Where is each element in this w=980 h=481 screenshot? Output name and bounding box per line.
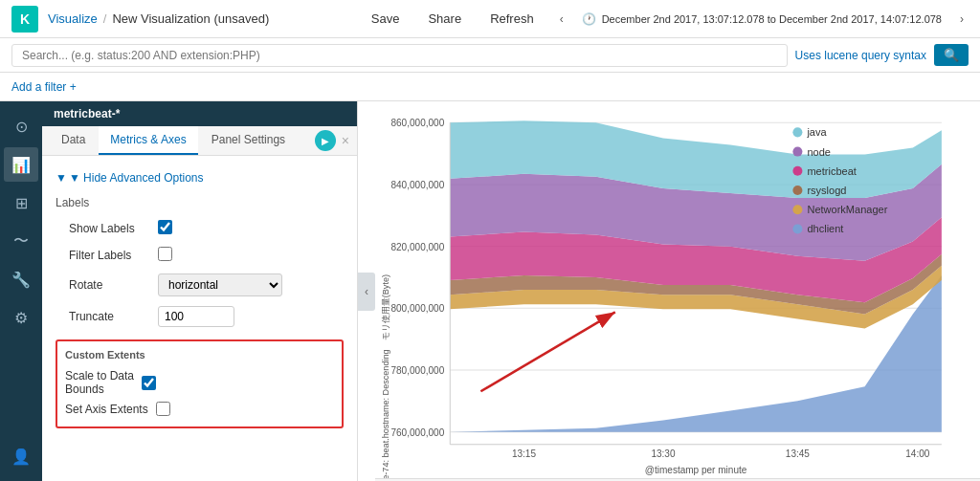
filter-labels-label: Filter Labels [69, 249, 150, 262]
truncate-input[interactable] [158, 306, 234, 327]
svg-point-30 [792, 147, 802, 157]
sidebar-item-discover[interactable]: ⊙ [4, 109, 38, 143]
svg-text:template-74: beat.hostname: De: template-74: beat.hostname: Descending モ… [381, 274, 390, 478]
svg-text:13:45: 13:45 [786, 448, 810, 459]
time-range-next-button[interactable]: › [955, 11, 969, 28]
svg-text:13:15: 13:15 [512, 448, 536, 459]
sidebar-item-dashboard[interactable]: ⊞ [4, 186, 38, 220]
save-button[interactable]: Save [364, 8, 408, 30]
top-bar-actions: Save Share Refresh ‹ 🕐 December 2nd 2017… [364, 8, 969, 30]
time-range-prev-button[interactable]: ‹ [555, 11, 568, 28]
svg-text:NetworkManager: NetworkManager [807, 204, 887, 215]
labels-section-header: Labels [42, 190, 357, 215]
tab-panel-settings[interactable]: Panel Settings [200, 126, 297, 155]
svg-text:dhclient: dhclient [807, 223, 843, 234]
panel-content: ▼ ▼ Hide Advanced Options Labels Show La… [42, 156, 357, 481]
search-button[interactable]: 🔍 [934, 44, 969, 66]
close-button[interactable]: × [342, 133, 349, 148]
search-input[interactable] [11, 44, 788, 67]
truncate-row: Truncate [42, 301, 357, 332]
refresh-button[interactable]: Refresh [482, 8, 542, 30]
custom-extents-box: Custom Extents Scale to Data Bounds Set … [56, 339, 344, 428]
top-bar: K Visualize / New Visualization (unsaved… [0, 0, 980, 38]
rotate-select[interactable]: horizontal vertical [158, 273, 282, 296]
chart-svg: 860,000,000 840,000,000 820,000,000 800,… [375, 101, 980, 478]
truncate-label: Truncate [69, 310, 150, 323]
svg-line-27 [480, 312, 614, 391]
time-range: 🕐 December 2nd 2017, 13:07:12.078 to Dec… [582, 12, 942, 26]
filter-bar: Add a filter + [0, 73, 980, 101]
search-bar: Uses lucene query syntax 🔍 [0, 38, 980, 73]
sidebar-item-user[interactable]: 👤 [4, 439, 38, 473]
svg-point-32 [792, 166, 802, 176]
breadcrumb-visualize-link[interactable]: Visualize [48, 11, 98, 26]
play-button[interactable]: ▶ [315, 130, 336, 151]
svg-text:840,000,000: 840,000,000 [390, 180, 444, 190]
scale-to-data-checkbox[interactable] [142, 376, 156, 390]
lucene-syntax-link[interactable]: Uses lucene query syntax [795, 49, 926, 62]
rotate-row: Rotate horizontal vertical [42, 269, 357, 301]
tab-data[interactable]: Data [50, 126, 97, 155]
svg-text:rsyslogd: rsyslogd [807, 185, 846, 196]
breadcrumb: Visualize / New Visualization (unsaved) [48, 11, 269, 26]
collapse-panel-button[interactable]: ‹ [358, 273, 375, 311]
svg-text:node: node [807, 146, 831, 158]
svg-text:13:30: 13:30 [651, 448, 675, 459]
sidebar-item-devtools[interactable]: 🔧 [4, 262, 38, 296]
svg-point-28 [792, 127, 802, 137]
set-axis-label: Set Axis Extents [65, 403, 148, 416]
svg-text:800,000,000: 800,000,000 [390, 303, 444, 314]
set-axis-extents-row: Set Axis Extents [65, 399, 334, 419]
chart-wrapper: 860,000,000 840,000,000 820,000,000 800,… [375, 101, 980, 478]
sidebar-item-timelion[interactable]: 〜 [4, 224, 38, 258]
sidebar-item-visualize[interactable]: 📊 [4, 147, 38, 182]
toggle-label: ▼ Hide Advanced Options [69, 171, 204, 185]
svg-point-34 [792, 186, 802, 195]
svg-text:@timestamp per minute: @timestamp per minute [645, 465, 747, 475]
scale-label: Scale to Data Bounds [65, 369, 134, 396]
svg-text:780,000,000: 780,000,000 [390, 365, 444, 376]
svg-text:14:00: 14:00 [905, 448, 929, 459]
main-layout: ⊙ 📊 ⊞ 〜 🔧 ⚙ 👤 metricbeat-* Data Metrics … [0, 101, 980, 481]
advanced-options-toggle[interactable]: ▼ ▼ Hide Advanced Options [42, 165, 357, 190]
chart-area: ‹ 860,000,000 840,000,000 820,000,000 80… [358, 101, 980, 481]
filter-labels-checkbox[interactable] [158, 247, 172, 261]
svg-text:metricbeat: metricbeat [807, 165, 856, 177]
custom-extents-title: Custom Extents [65, 349, 334, 361]
toggle-icon: ▼ [56, 171, 67, 185]
show-labels-row: Show Labels [42, 215, 357, 242]
left-panel: metricbeat-* Data Metrics & Axes Panel S… [42, 101, 358, 481]
share-button[interactable]: Share [420, 8, 469, 30]
time-range-text: December 2nd 2017, 13:07:12.078 to Decem… [602, 13, 942, 25]
filter-labels-row: Filter Labels [42, 242, 357, 269]
scale-to-data-row: Scale to Data Bounds [65, 366, 334, 399]
show-labels-checkbox[interactable] [158, 220, 172, 234]
svg-text:820,000,000: 820,000,000 [390, 242, 444, 252]
index-badge: metricbeat-* [42, 101, 357, 126]
show-labels-label: Show Labels [69, 222, 150, 235]
tab-metrics-axes[interactable]: Metrics & Axes [99, 126, 197, 155]
set-axis-checkbox[interactable] [156, 402, 170, 416]
svg-text:760,000,000: 760,000,000 [390, 427, 444, 438]
svg-point-38 [792, 224, 802, 233]
logo: K [11, 6, 38, 33]
svg-point-36 [792, 205, 802, 214]
breadcrumb-separator: / [103, 11, 107, 26]
sidebar-item-settings[interactable]: ⚙ [4, 300, 38, 335]
breadcrumb-current: New Visualization (unsaved) [112, 11, 269, 26]
sidebar-icons: ⊙ 📊 ⊞ 〜 🔧 ⚙ 👤 [0, 101, 42, 481]
clock-icon: 🕐 [582, 12, 596, 26]
panel-tabs: Data Metrics & Axes Panel Settings ▶ × [42, 126, 357, 156]
svg-text:java: java [806, 126, 827, 138]
add-filter-button[interactable]: Add a filter + [11, 80, 77, 94]
rotate-label: Rotate [69, 278, 150, 292]
svg-text:860,000,000: 860,000,000 [390, 118, 444, 128]
